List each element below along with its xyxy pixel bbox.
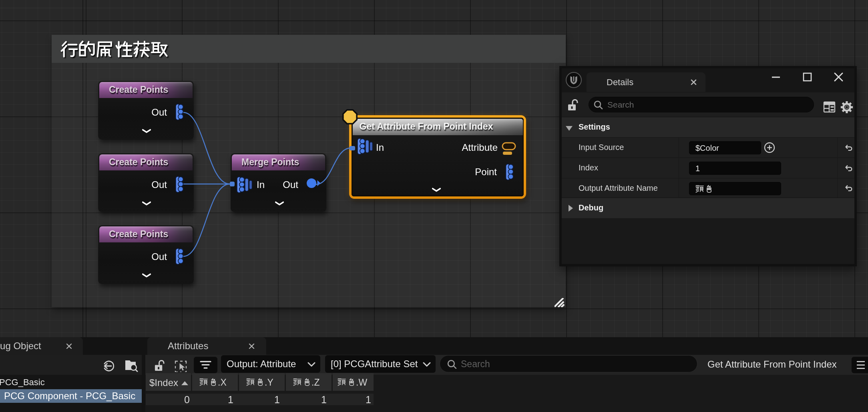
svg-text:.X: .X	[218, 378, 227, 387]
svg-text:.Z: .Z	[311, 378, 319, 387]
svg-text:.W: .W	[356, 378, 367, 387]
svg-text:.Y: .Y	[265, 378, 273, 387]
